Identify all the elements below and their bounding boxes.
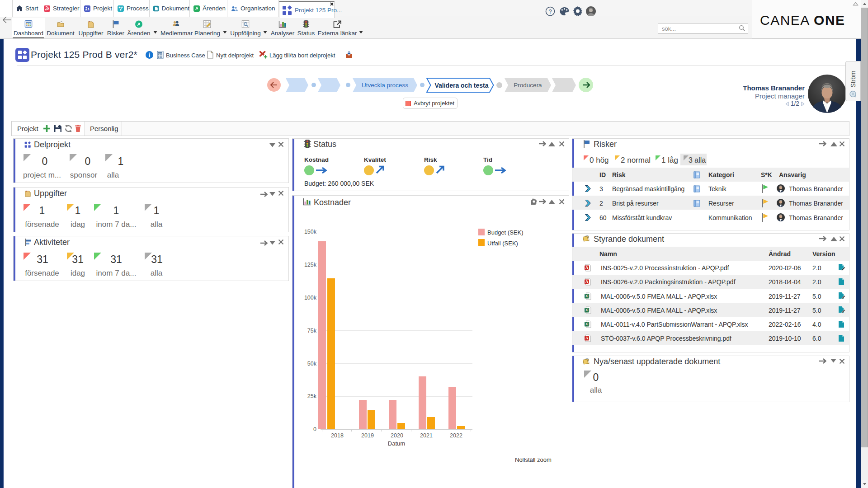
svg-text:X: X xyxy=(585,322,588,326)
svg-text:A: A xyxy=(585,265,589,270)
svg-text:?: ? xyxy=(548,8,552,15)
svg-text:X: X xyxy=(585,294,588,298)
svg-text:A: A xyxy=(585,280,589,284)
svg-text:A: A xyxy=(585,336,589,340)
svg-text:Validera och testa: Validera och testa xyxy=(434,82,488,89)
svg-text:X: X xyxy=(585,308,588,312)
